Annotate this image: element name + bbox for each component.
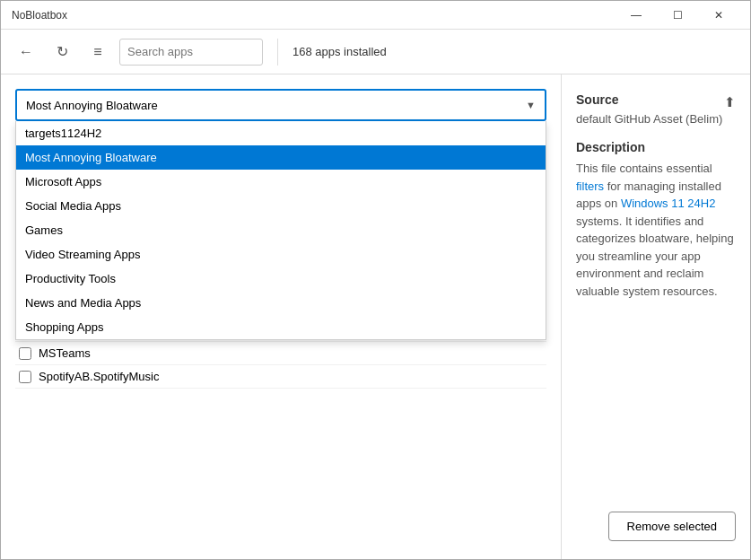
app-list-item: MSTeams: [15, 342, 546, 365]
toolbar-divider: [277, 39, 278, 66]
dropdown-selected-label: Most Annoying Bloatware: [26, 99, 526, 112]
maximize-button[interactable]: ☐: [657, 1, 698, 30]
title-bar-controls: — ☐ ✕: [616, 1, 739, 30]
side-footer: Remove selected: [576, 512, 736, 541]
source-value: default GitHub Asset (Belim): [576, 112, 736, 126]
close-button[interactable]: ✕: [698, 1, 739, 30]
side-panel: Source ⬆ default GitHub Asset (Belim) De…: [562, 74, 750, 559]
title-bar: NoBloatbox — ☐ ✕: [1, 1, 750, 30]
title-bar-left: NoBloatbox: [12, 9, 67, 22]
description-label: Description: [576, 140, 736, 154]
chevron-down-icon: ▼: [526, 100, 536, 110]
dropdown-option-8[interactable]: Shopping Apps: [16, 315, 546, 339]
source-label: Source: [576, 92, 618, 107]
description-section: Description This file contains essential…: [576, 140, 736, 300]
app-name-label: MSTeams: [39, 346, 91, 360]
main-panel: Most Annoying Bloatware ▼ targets1124H2 …: [1, 74, 562, 559]
dropdown-option-7[interactable]: News and Media Apps: [16, 291, 546, 315]
content-area: Most Annoying Bloatware ▼ targets1124H2 …: [1, 74, 750, 559]
menu-button[interactable]: ≡: [83, 38, 112, 66]
app-checkbox[interactable]: [19, 347, 31, 360]
dropdown-option-1[interactable]: Most Annoying Bloatware: [16, 145, 546, 170]
minimize-button[interactable]: —: [616, 1, 657, 30]
app-name-label: SpotifyAB.SpotifyMusic: [39, 370, 159, 383]
category-dropdown[interactable]: Most Annoying Bloatware ▼: [15, 89, 546, 121]
app-list-item: SpotifyAB.SpotifyMusic: [15, 365, 546, 389]
dropdown-option-5[interactable]: Video Streaming Apps: [16, 242, 546, 267]
dropdown-option-2[interactable]: Microsoft Apps: [16, 170, 546, 194]
remove-selected-button[interactable]: Remove selected: [608, 512, 736, 541]
app-checkbox[interactable]: [19, 371, 31, 383]
highlight-filters: filters: [576, 179, 604, 193]
back-button[interactable]: ←: [12, 38, 40, 66]
dropdown-option-0[interactable]: targets1124H2: [16, 121, 546, 145]
apps-count-label: 168 apps installed: [293, 45, 387, 58]
main-window: NoBloatbox — ☐ ✕ ← ↻ ≡ 168 apps installe…: [0, 0, 751, 560]
dropdown-option-4[interactable]: Games: [16, 218, 546, 242]
window-title: NoBloatbox: [12, 9, 67, 22]
description-text: This file contains essential filters for…: [576, 160, 736, 300]
search-input[interactable]: [119, 39, 263, 66]
toolbar: ← ↻ ≡ 168 apps installed: [1, 30, 750, 74]
refresh-button[interactable]: ↻: [48, 38, 76, 66]
share-icon[interactable]: ⬆: [724, 94, 736, 110]
source-section: Source ⬆ default GitHub Asset (Belim): [576, 92, 736, 126]
highlight-windows: Windows 11 24H2: [621, 197, 716, 210]
category-dropdown-container: Most Annoying Bloatware ▼ targets1124H2 …: [15, 89, 546, 121]
dropdown-option-3[interactable]: Social Media Apps: [16, 194, 546, 218]
dropdown-popup: targets1124H2 Most Annoying Bloatware Mi…: [15, 121, 546, 340]
dropdown-option-6[interactable]: Productivity Tools: [16, 267, 546, 291]
